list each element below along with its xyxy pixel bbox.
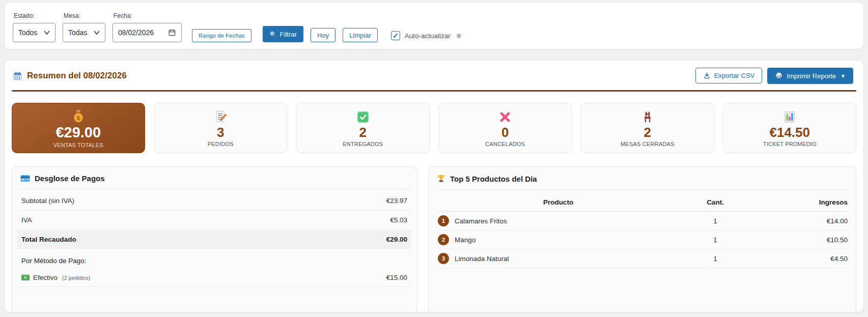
table-row: 3 Limonada Natural 1 €4.50 <box>437 249 848 268</box>
product-revenue: €4.50 <box>751 255 848 263</box>
product-revenue: €10.50 <box>751 236 848 244</box>
stat-card-ventas-totales: $ €29.00 VENTAS TOTALES <box>12 103 145 153</box>
download-icon <box>703 72 711 79</box>
stat-card-entregados: 2 ENTREGADOS <box>296 103 430 153</box>
top-products-table-header: Producto Cant. Ingresos <box>437 192 848 212</box>
mesa-select-value: Todas <box>68 28 87 37</box>
banknote-icon <box>21 275 30 280</box>
stat-label: CANCELADOS <box>485 141 525 147</box>
auto-refresh-checkbox[interactable]: ✓ <box>391 31 400 40</box>
stat-value: 2 <box>359 126 367 139</box>
payment-method-row-efectivo: Efectivo (2 pedidos) €15.00 <box>17 269 411 287</box>
product-qty: 1 <box>680 236 751 244</box>
fecha-label: Fecha: <box>114 12 182 19</box>
product-name: Limonada Natural <box>455 255 509 263</box>
rango-de-fechas-button[interactable]: Rango de Fechas <box>192 29 251 42</box>
payment-row-label: IVA <box>21 216 32 224</box>
payment-row-value: €29.00 <box>386 236 407 243</box>
product-qty: 1 <box>680 217 751 225</box>
table-row: 1 Calamares Fritos 1 €14.00 <box>437 212 848 230</box>
mesa-select[interactable]: Todas <box>63 23 105 42</box>
top-products-table: Producto Cant. Ingresos 1 Calamares Frit… <box>437 192 848 268</box>
svg-text:$: $ <box>77 115 80 121</box>
stat-label: TICKET PROMEDIO <box>763 141 817 147</box>
calendar-icon <box>13 71 22 81</box>
payments-panel: Desglose de Pagos Subtotal (sin IVA) €23… <box>12 166 417 312</box>
column-header-cant: Cant. <box>680 198 751 206</box>
payment-row-value: €23.97 <box>386 197 407 205</box>
column-header-ingresos: Ingresos <box>751 198 848 206</box>
product-name: Mango <box>455 236 475 244</box>
column-header-producto: Producto <box>437 198 680 206</box>
printer-icon <box>775 72 783 80</box>
cross-icon <box>498 109 512 125</box>
fecha-date-input[interactable]: 08/02/2026 <box>113 23 182 42</box>
filtrar-button[interactable]: Filtrar <box>263 26 303 42</box>
stat-value: €14.50 <box>769 126 810 139</box>
rank-badge: 3 <box>438 253 449 264</box>
stat-label: PEDIDOS <box>208 141 234 147</box>
product-name: Calamares Fritos <box>455 217 507 225</box>
payment-row-total: Total Recaudado €29.00 <box>17 230 411 249</box>
rank-badge: 2 <box>438 234 449 245</box>
auto-refresh-group: ✓ Auto-actualizar <box>391 31 461 40</box>
top-products-panel: Top 5 Productos del Día Producto Cant. I… <box>428 166 856 312</box>
payment-row-value: €5.03 <box>390 216 407 224</box>
bar-chart-icon <box>782 109 797 125</box>
estado-label: Estado: <box>14 12 55 19</box>
payments-rows: Subtotal (sin IVA) €23.97 IVA €5.03 Tota… <box>17 191 411 249</box>
payment-methods-header: Por Método de Pago: <box>21 257 407 265</box>
print-report-button[interactable]: Imprimir Reporte ▼ <box>767 68 853 84</box>
chevron-down-icon <box>44 31 50 35</box>
estado-select[interactable]: Todos <box>13 23 55 42</box>
export-csv-button[interactable]: Exportar CSV <box>695 68 762 83</box>
product-revenue: €14.00 <box>751 217 848 225</box>
mesa-filter-group: Mesa: Todas <box>63 12 105 42</box>
stat-value: €29.00 <box>55 125 101 140</box>
filter-bar: Estado: Todos Mesa: Todas Fecha: 08/02/2… <box>4 2 864 49</box>
summary-header: Resumen del 08/02/2026 Exportar CSV Impr… <box>5 61 863 90</box>
stat-card-mesas-cerradas: 2 MESAS CERRADAS <box>581 103 714 153</box>
stat-card-cancelados: 0 CANCELADOS <box>439 103 572 153</box>
summary-card: Resumen del 08/02/2026 Exportar CSV Impr… <box>4 60 864 312</box>
top-products-panel-title: Top 5 Productos del Día <box>436 167 849 190</box>
credit-card-icon <box>20 175 30 182</box>
stat-label: ENTREGADOS <box>343 141 383 147</box>
status-dot <box>457 34 461 38</box>
payment-row-subtotal: Subtotal (sin IVA) €23.97 <box>17 191 411 211</box>
payments-panel-title: Desglose de Pagos <box>19 167 409 189</box>
page-title: Resumen del 08/02/2026 <box>13 71 127 81</box>
stat-value: 2 <box>644 126 651 139</box>
caret-down-icon: ▼ <box>841 73 846 79</box>
payment-method-name: Efectivo <box>33 274 58 281</box>
stat-card-ticket-promedio: €14.50 TICKET PROMEDIO <box>723 103 857 153</box>
stats-row: $ €29.00 VENTAS TOTALES 3 PEDIDOS 2 ENTR… <box>12 103 856 153</box>
table-row: 2 Mango 1 €10.50 <box>437 230 848 249</box>
estado-filter-group: Estado: Todos <box>13 12 55 42</box>
mesa-label: Mesa: <box>64 12 105 19</box>
stat-card-pedidos: 3 PEDIDOS <box>154 103 288 153</box>
payment-methods-rows: Efectivo (2 pedidos) €15.00 <box>17 269 411 287</box>
payment-row-iva: IVA €5.03 <box>17 211 411 230</box>
chair-icon <box>641 109 654 125</box>
money-bag-icon: $ <box>71 108 86 124</box>
fecha-filter-group: Fecha: 08/02/2026 <box>113 12 182 42</box>
payment-row-label: Total Recaudado <box>21 236 76 243</box>
estado-select-value: Todos <box>18 28 37 37</box>
section-divider <box>12 90 856 92</box>
check-icon <box>356 109 370 125</box>
stat-value: 3 <box>217 126 224 139</box>
panels-row: Desglose de Pagos Subtotal (sin IVA) €23… <box>12 166 856 312</box>
memo-icon <box>213 109 228 125</box>
chevron-down-icon <box>94 31 100 35</box>
payment-method-detail: (2 pedidos) <box>62 275 90 281</box>
limpiar-button[interactable]: Limpiar <box>343 28 378 42</box>
fecha-value: 08/02/2026 <box>118 28 154 37</box>
hoy-button[interactable]: Hoy <box>311 28 335 42</box>
payment-row-label: Subtotal (sin IVA) <box>21 197 74 205</box>
search-icon <box>269 31 276 38</box>
stat-label: VENTAS TOTALES <box>53 142 103 148</box>
stat-value: 0 <box>501 126 509 139</box>
calendar-glyph-icon <box>168 28 176 37</box>
payment-method-value: €15.00 <box>386 274 407 281</box>
